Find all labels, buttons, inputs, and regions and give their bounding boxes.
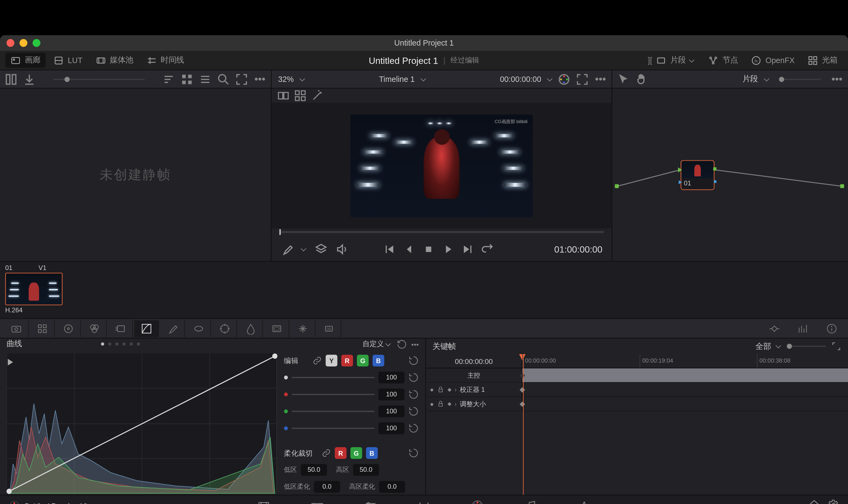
tab-lut[interactable]: LUT <box>48 53 88 67</box>
palette-blur[interactable] <box>238 320 263 337</box>
channel-g[interactable]: G <box>357 355 369 366</box>
viewer-mode-2[interactable] <box>294 90 307 102</box>
page-color[interactable] <box>458 495 497 504</box>
value-g[interactable]: 100 <box>378 406 404 417</box>
settings-button[interactable] <box>828 499 839 504</box>
page-media[interactable] <box>244 495 283 504</box>
palette-info[interactable] <box>819 320 844 337</box>
reset-b[interactable] <box>408 423 419 434</box>
fullscreen-button[interactable] <box>575 72 589 86</box>
download-button[interactable] <box>22 72 36 86</box>
palette-color-match[interactable] <box>30 320 55 337</box>
tab-clips[interactable]: ][ 片段 <box>642 53 700 68</box>
soft-channel-r[interactable]: R <box>335 447 347 459</box>
palette-keyframe-mode[interactable] <box>762 320 787 337</box>
magic-wand-button[interactable] <box>311 90 324 102</box>
curves-reset[interactable] <box>397 339 407 349</box>
clip-thumbnail[interactable] <box>5 273 63 305</box>
minimize-button[interactable] <box>20 39 28 47</box>
channel-r[interactable]: R <box>341 355 353 366</box>
zoom-level[interactable]: 32% <box>276 74 296 84</box>
node-output-dot[interactable] <box>840 184 844 188</box>
tab-gallery[interactable]: 画廊 <box>5 53 46 68</box>
eyedropper-button[interactable] <box>281 243 294 256</box>
kf-diamond-icon[interactable]: ◆ <box>447 401 451 407</box>
chevron-down-icon[interactable] <box>776 344 782 349</box>
palette-motion[interactable] <box>108 320 133 337</box>
low-value[interactable]: 50.0 <box>301 464 327 476</box>
edit-reset[interactable] <box>408 356 419 366</box>
page-fairlight[interactable] <box>511 495 550 504</box>
page-fusion[interactable] <box>404 495 443 504</box>
first-frame-button[interactable] <box>383 243 396 256</box>
palette-rgb-mixer[interactable] <box>82 320 107 337</box>
viewer-canvas[interactable]: CG画质部 bilibili <box>271 103 612 229</box>
node-zoom-slider[interactable] <box>779 78 821 80</box>
play-button[interactable] <box>441 243 455 256</box>
loop-button[interactable] <box>480 243 494 256</box>
eye-icon[interactable]: ● <box>430 400 434 407</box>
home-button[interactable] <box>809 499 819 504</box>
curves-mode-dots[interactable] <box>101 342 140 346</box>
kf-zoom-slider[interactable] <box>787 346 826 347</box>
maximize-button[interactable] <box>33 39 40 47</box>
palette-sizing[interactable] <box>290 320 315 337</box>
channel-y[interactable]: Y <box>326 355 337 366</box>
sort-button[interactable] <box>161 72 176 86</box>
kf-diamond-icon[interactable]: ◆ <box>447 386 451 392</box>
color-wheel-icon[interactable] <box>557 72 571 86</box>
hand-tool[interactable] <box>634 72 649 86</box>
eye-icon[interactable]: ● <box>430 386 434 393</box>
value-y[interactable]: 100 <box>378 372 404 383</box>
more-button[interactable]: ••• <box>253 72 267 86</box>
list-view-button[interactable] <box>198 72 212 86</box>
stop-button[interactable] <box>422 243 435 256</box>
slider-g[interactable] <box>292 411 374 412</box>
header-timecode[interactable]: 00:00:00:00 <box>497 74 544 84</box>
page-cut[interactable] <box>298 495 337 504</box>
palette-qualifier[interactable] <box>160 320 185 337</box>
reset-y[interactable] <box>408 373 419 383</box>
palette-3d[interactable]: 3D <box>317 320 341 337</box>
palette-wheels[interactable] <box>56 320 81 337</box>
chevron-down-icon[interactable] <box>765 76 770 82</box>
tab-nodes[interactable]: 节点 <box>703 53 743 68</box>
palette-key[interactable] <box>264 320 289 337</box>
last-frame-button[interactable] <box>461 243 474 256</box>
scrub-bar[interactable] <box>271 229 612 237</box>
search-button[interactable] <box>216 72 230 86</box>
chevron-down-icon[interactable] <box>548 76 553 82</box>
value-r[interactable]: 100 <box>378 389 404 400</box>
link-icon[interactable] <box>313 356 321 365</box>
chevron-down-icon[interactable] <box>302 247 307 252</box>
kf-expand[interactable] <box>831 341 842 352</box>
soft-channel-b[interactable]: B <box>366 447 378 459</box>
high-value[interactable]: 50.0 <box>353 464 379 476</box>
reset-r[interactable] <box>408 389 419 400</box>
node-input-dot[interactable] <box>615 184 619 188</box>
palette-tracker[interactable] <box>212 320 237 337</box>
slider-y[interactable] <box>292 377 374 378</box>
palette-camera-raw[interactable] <box>4 320 29 337</box>
keyframes-scope[interactable]: 全部 <box>755 341 771 352</box>
palette-curves[interactable] <box>134 320 159 337</box>
color-node[interactable]: 01 <box>681 160 714 190</box>
transport-timecode[interactable]: 01:00:00:00 <box>554 244 602 254</box>
prev-frame-button[interactable] <box>402 243 416 256</box>
layers-button[interactable] <box>315 243 328 256</box>
channel-b[interactable]: B <box>373 355 384 366</box>
gallery-slider[interactable] <box>53 78 144 80</box>
softclip-reset[interactable] <box>408 448 419 458</box>
viewer-mode-1[interactable] <box>277 90 290 102</box>
close-button[interactable] <box>6 39 15 47</box>
lock-icon[interactable] <box>437 400 444 407</box>
reset-g[interactable] <box>408 406 419 417</box>
expand-button[interactable] <box>234 72 249 86</box>
chevron-down-icon[interactable] <box>300 76 305 82</box>
node-clips-label[interactable]: 片段 <box>740 73 761 85</box>
high-soft-value[interactable]: 0.0 <box>379 481 405 493</box>
lock-icon[interactable] <box>437 386 444 393</box>
chevron-down-icon[interactable] <box>421 76 426 82</box>
palette-scopes[interactable] <box>791 320 815 337</box>
split-view-button[interactable] <box>4 72 18 86</box>
